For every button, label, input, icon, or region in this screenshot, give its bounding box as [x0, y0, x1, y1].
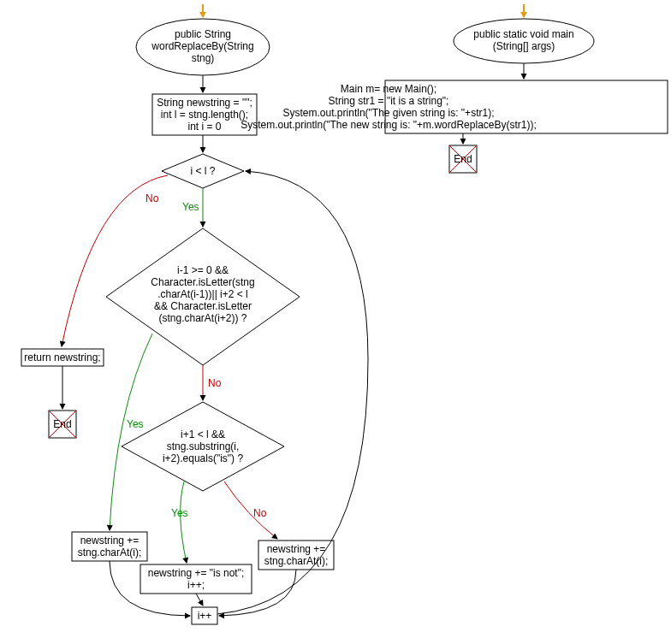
incr-text: i++: [198, 610, 212, 622]
edge-cond2-yes: [110, 334, 152, 530]
label-cond2-no: No: [208, 377, 222, 389]
label-cond3-no: No: [253, 507, 267, 519]
cond3-l1: i+1 < l &&: [181, 428, 225, 440]
box-yes3-l2: i++;: [187, 579, 205, 591]
edge-boxyes3-incr: [196, 594, 203, 606]
end-text-left: End: [53, 418, 71, 430]
edge-cond3-no: [224, 482, 277, 539]
cond2-l5: (stng.charAt(i+2)) ?: [158, 312, 246, 324]
body-l2: String str1 = "it is a string";: [329, 95, 449, 107]
cond1-text: i < l ?: [190, 165, 215, 177]
init-l2: int l = stng.length();: [161, 109, 248, 121]
cond2-l2: Character.isLetter(stng: [151, 276, 254, 288]
label-cond2-yes: Yes: [127, 418, 144, 430]
cond2-l1: i-1 >= 0 &&: [177, 264, 229, 276]
body-l3: System.out.println("The given string is:…: [283, 107, 495, 119]
box-yes2-l1: newstring +=: [80, 535, 140, 547]
cond3-l2: stng.substring(i,: [167, 440, 240, 452]
label-cond1-yes: Yes: [182, 201, 199, 213]
box-yes3-l1: newstring += "is not";: [148, 567, 245, 579]
start-text-l2: wordReplaceBy(String: [151, 40, 253, 52]
edge-cond3-yes: [181, 482, 187, 563]
start-text-l3: stng): [192, 52, 215, 64]
box-no3-l1: newstring +=: [267, 543, 326, 555]
start-right-l1: public static void main: [473, 28, 573, 40]
box-yes2-l2: stng.charAt(i);: [78, 547, 142, 558]
body-l1: Main m= new Main();: [341, 83, 436, 95]
label-cond1-no: No: [145, 192, 159, 204]
body-l4: System.out.println("The new string is: "…: [240, 119, 537, 131]
box-no3-l2: stng.charAt(i);: [264, 555, 329, 567]
init-l1: String newstring = "";: [157, 97, 252, 109]
label-cond3-yes: Yes: [171, 507, 188, 519]
return-text: return newstring;: [24, 352, 100, 363]
start-right-l2: (String[] args): [493, 40, 555, 52]
cond3-l3: i+2).equals("is") ?: [163, 452, 244, 464]
cond2-l3: .charAt(i-1))|| i+2 < l: [157, 288, 248, 300]
end-text-right: End: [454, 153, 472, 165]
cond2-l4: && Character.isLetter: [154, 300, 252, 312]
start-text-l1: public String: [175, 28, 231, 40]
init-l3: int i = 0: [187, 121, 221, 133]
